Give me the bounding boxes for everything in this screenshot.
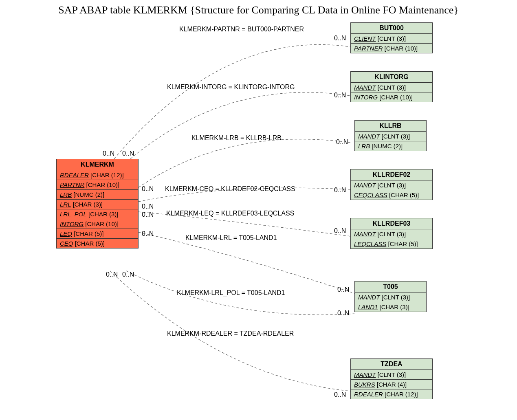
field-type: [CHAR (5)] (74, 230, 103, 237)
field-name: CEQCLASS (354, 191, 387, 198)
cardinality-source: 0..N (142, 211, 154, 218)
field-type: [CLNT (3)] (378, 182, 406, 189)
entity-klmerkm-header: KLMERKM (57, 159, 138, 170)
relation-label: KLMERKM-CEQ = KLLRDEF02-CEQCLASS (165, 185, 295, 193)
relation-label: KLMERKM-LRL_POL = T005-LAND1 (177, 289, 285, 297)
field-name: MANDT (354, 371, 376, 378)
relation-label: KLMERKM-LRL = T005-LAND1 (185, 234, 277, 242)
field-name: CEQ (60, 240, 73, 247)
cardinality-target: 0..N (334, 92, 346, 99)
field-row: PARTNR [CHAR (10)] (57, 180, 138, 190)
relation-label: KLMERKM-INTORG = KLINTORG-INTORG (167, 84, 295, 91)
cardinality-target: 0..N (336, 139, 348, 146)
field-name: PARTNER (354, 45, 383, 52)
field-name: LRB (358, 143, 370, 150)
field-type: [CHAR (4)] (377, 381, 407, 388)
field-row: INTORG [CHAR (10)] (351, 92, 432, 102)
entity-header: KLLRDEF02 (351, 169, 432, 180)
field-name: LEQCLASS (354, 240, 386, 247)
entity-header: KLLRB (355, 121, 426, 132)
field-row: CEQCLASS [CHAR (5)] (351, 190, 432, 200)
entity-klmerkm: KLMERKM RDEALER [CHAR (12)] PARTNR [CHAR… (56, 159, 139, 248)
field-name: BUKRS (354, 381, 375, 388)
field-type: [CHAR (5)] (388, 240, 418, 247)
relation-label: KLMERKM-LEQ = KLLRDEF03-LEQCLASS (166, 210, 294, 217)
field-type: [CHAR (10)] (86, 181, 119, 188)
field-type: [CHAR (3)] (88, 211, 118, 218)
field-type: [CLNT (3)] (378, 371, 406, 378)
relation-label: KLMERKM-LRB = KLLRB-LRB (191, 134, 282, 142)
field-name: MANDT (354, 231, 376, 237)
field-type: [NUMC (2)] (372, 143, 403, 150)
cardinality-source: 0..N (142, 230, 154, 237)
field-row: LAND1 [CHAR (3)] (355, 302, 426, 312)
diagram-title: SAP ABAP table KLMERKM {Structure for Co… (0, 4, 517, 16)
entity-tzdea: TZDEA MANDT [CLNT (3)] BUKRS [CHAR (4)] … (350, 358, 433, 399)
entity-but000: BUT000 CLIENT [CLNT (3)] PARTNER [CHAR (… (350, 22, 433, 53)
field-row: MANDT [CLNT (3)] (351, 180, 432, 190)
field-row: MANDT [CLNT (3)] (351, 83, 432, 92)
field-row: LEQCLASS [CHAR (5)] (351, 239, 432, 248)
field-name: RDEALER (60, 172, 89, 178)
cardinality-target: 0..N (334, 35, 346, 42)
field-type: [CHAR (5)] (389, 191, 419, 198)
field-row: INTORG [CHAR (10)] (57, 219, 138, 229)
field-name: MANDT (354, 84, 376, 91)
field-type: [CHAR (10)] (384, 45, 418, 52)
field-name: LEQ (60, 230, 72, 237)
field-name: LRB (60, 191, 72, 198)
field-type: [CHAR (10)] (379, 94, 413, 101)
field-name: PARTNR (60, 181, 84, 188)
field-type: [CLNT (3)] (378, 231, 406, 237)
field-name: LRL_POL (60, 211, 87, 218)
field-name: INTORG (354, 94, 378, 101)
cardinality-target: 0..N (337, 286, 349, 293)
field-type: [CHAR (3)] (380, 303, 409, 310)
entity-header: BUT000 (351, 23, 432, 34)
field-name: LRL (60, 201, 71, 208)
field-type: [CHAR (3)] (73, 201, 103, 208)
field-row: MANDT [CLNT (3)] (355, 132, 426, 141)
cardinality-source: 0..N (122, 150, 134, 157)
field-name: MANDT (358, 294, 380, 301)
field-row: PARTNER [CHAR (10)] (351, 44, 432, 53)
entity-header: KLLRDEF03 (351, 218, 432, 229)
field-type: [CLNT (3)] (382, 133, 410, 140)
field-row: BUKRS [CHAR (4)] (351, 380, 432, 389)
entity-kllrdef03: KLLRDEF03 MANDT [CLNT (3)] LEQCLASS [CHA… (350, 218, 433, 249)
relation-label: KLMERKM-RDEALER = TZDEA-RDEALER (167, 330, 294, 337)
entity-kllrdef02: KLLRDEF02 MANDT [CLNT (3)] CEQCLASS [CHA… (350, 169, 433, 200)
field-type: [CLNT (3)] (382, 294, 410, 301)
field-name: MANDT (354, 182, 376, 189)
field-row: CLIENT [CLNT (3)] (351, 34, 432, 44)
field-row: LRL_POL [CHAR (3)] (57, 209, 138, 219)
field-row: LRB [NUMC (2)] (57, 190, 138, 200)
entity-kllrb: KLLRB MANDT [CLNT (3)] LRB [NUMC (2)] (354, 120, 427, 151)
field-row: CEQ [CHAR (5)] (57, 239, 138, 248)
field-name: RDEALER (354, 391, 383, 398)
cardinality-source: 0..N (103, 150, 114, 157)
cardinality-source: 0..N (142, 203, 154, 210)
entity-header: TZDEA (351, 359, 432, 370)
cardinality-source: 0..N (106, 271, 118, 278)
cardinality-source: 0..N (122, 271, 134, 278)
field-row: LRB [NUMC (2)] (355, 141, 426, 151)
field-type: [CHAR (12)] (385, 391, 418, 398)
entity-klintorg: KLINTORG MANDT [CLNT (3)] INTORG [CHAR (… (350, 71, 433, 102)
field-row: MANDT [CLNT (3)] (351, 229, 432, 239)
cardinality-target: 0..N (337, 310, 349, 317)
field-row: MANDT [CLNT (3)] (355, 292, 426, 302)
entity-header: T005 (355, 281, 426, 292)
field-type: [CHAR (10)] (85, 220, 119, 227)
relation-label: KLMERKM-PARTNR = BUT000-PARTNER (179, 26, 304, 33)
field-name: CLIENT (354, 35, 376, 42)
field-name: LAND1 (358, 303, 378, 310)
cardinality-target: 0..N (334, 187, 346, 194)
field-type: [CHAR (5)] (75, 240, 105, 247)
field-type: [NUMC (2)] (73, 191, 104, 198)
field-row: LEQ [CHAR (5)] (57, 229, 138, 239)
entity-t005: T005 MANDT [CLNT (3)] LAND1 [CHAR (3)] (354, 281, 427, 312)
field-type: [CLNT (3)] (378, 35, 406, 42)
field-type: [CLNT (3)] (378, 84, 406, 91)
field-row: LRL [CHAR (3)] (57, 200, 138, 209)
